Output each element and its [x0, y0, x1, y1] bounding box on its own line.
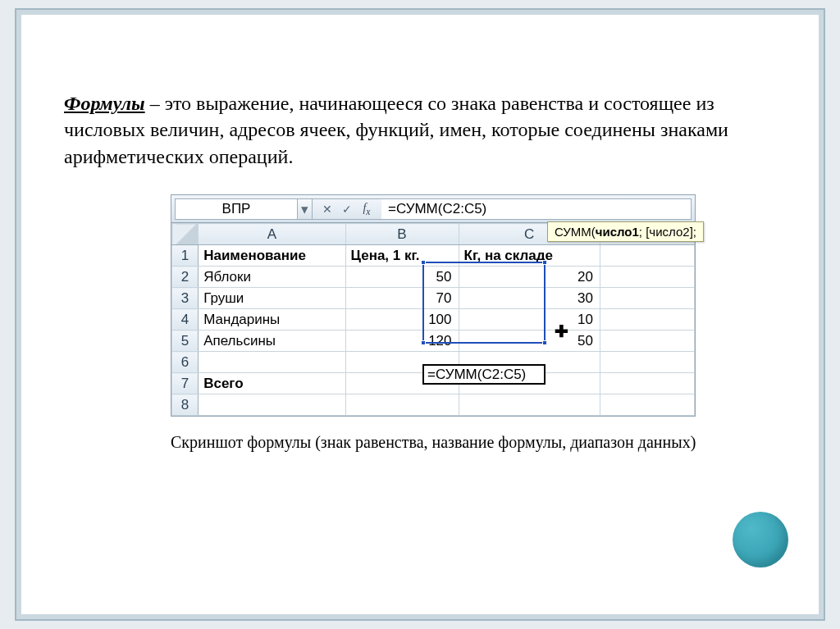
cell[interactable] [459, 352, 600, 373]
row-header[interactable]: 2 [172, 267, 199, 288]
cell[interactable]: Цена, 1 кг. [345, 245, 459, 267]
cell[interactable]: 10 [459, 309, 600, 330]
excel-screenshot: ВПР ▾ ✕ ✓ fx =СУММ(C2:C5) СУММ( [171, 194, 696, 417]
cell[interactable]: 100 [345, 309, 459, 330]
table-row: 7 Всего [172, 373, 695, 394]
cell[interactable] [600, 330, 694, 352]
cell[interactable]: Мандарины [199, 309, 345, 330]
tooltip-rest: ; [число2]; [639, 225, 696, 239]
cell[interactable] [600, 352, 694, 373]
row-header[interactable]: 3 [172, 288, 199, 309]
table-row: 1 Наименование Цена, 1 кг. Кг, на складе [172, 245, 695, 267]
name-box-dropdown[interactable]: ▾ [298, 198, 313, 220]
definition-keyword: Формулы [64, 93, 145, 114]
row-header[interactable]: 7 [172, 373, 199, 394]
cell[interactable] [600, 267, 694, 288]
cell[interactable] [600, 288, 694, 309]
cell[interactable] [199, 394, 345, 416]
row-header[interactable]: 6 [172, 352, 199, 373]
formula-bar-area: ВПР ▾ ✕ ✓ fx =СУММ(C2:C5) [171, 194, 696, 223]
cell[interactable]: Наименование [199, 245, 345, 267]
table-row: 8 [172, 394, 695, 416]
chevron-down-icon: ▾ [301, 201, 308, 218]
cell[interactable] [345, 394, 459, 416]
cell[interactable] [345, 373, 459, 394]
cell[interactable]: 20 [459, 267, 600, 288]
cell[interactable]: Всего [199, 373, 345, 394]
cell[interactable] [600, 394, 694, 416]
slide-content: Формулы – это выражение, начинающееся со… [23, 16, 817, 613]
decorative-circle [733, 512, 788, 567]
formula-bar: ВПР ▾ ✕ ✓ fx =СУММ(C2:C5) [175, 198, 692, 220]
col-header-B[interactable]: B [345, 224, 459, 245]
row-header[interactable]: 4 [172, 309, 199, 330]
fx-icon[interactable]: fx [360, 202, 373, 217]
table-row: 5 Апельсины 120 50 [172, 330, 695, 352]
cell[interactable] [600, 373, 694, 394]
cell[interactable]: Яблоки [199, 267, 345, 288]
name-box[interactable]: ВПР [175, 198, 298, 220]
spreadsheet-grid: A B C 1 Наименование Цена, 1 кг. Кг, на … [171, 223, 696, 417]
cell[interactable]: 50 [459, 330, 600, 352]
tooltip-fn: СУММ( [555, 225, 596, 239]
enter-formula-icon[interactable]: ✓ [340, 203, 354, 216]
cell[interactable]: 70 [345, 288, 459, 309]
spreadsheet-table: A B C 1 Наименование Цена, 1 кг. Кг, на … [171, 223, 695, 416]
formula-tooltip: СУММ(число1; [число2]; [547, 221, 704, 242]
cell[interactable] [600, 245, 694, 267]
cell[interactable] [600, 309, 694, 330]
select-all-corner[interactable] [172, 224, 199, 245]
cell[interactable]: Груши [199, 288, 345, 309]
formula-bar-buttons: ✕ ✓ fx [313, 198, 381, 220]
tooltip-arg1: число1 [596, 225, 639, 239]
cell[interactable] [199, 352, 345, 373]
cell[interactable]: 30 [459, 288, 600, 309]
cell[interactable]: 120 [345, 330, 459, 352]
definition-paragraph: Формулы – это выражение, начинающееся со… [64, 90, 776, 170]
formula-input[interactable]: =СУММ(C2:C5) [381, 198, 692, 220]
definition-text: – это выражение, начинающееся со знака р… [64, 93, 728, 167]
row-header[interactable]: 1 [172, 245, 199, 267]
cell[interactable] [459, 394, 600, 416]
cancel-formula-icon[interactable]: ✕ [321, 203, 334, 216]
table-row: 2 Яблоки 50 20 [172, 267, 695, 288]
cell[interactable]: 50 [345, 267, 459, 288]
name-box-value: ВПР [222, 201, 251, 217]
cell[interactable] [459, 373, 600, 394]
cell[interactable]: Апельсины [199, 330, 345, 352]
table-row: 6 [172, 352, 695, 373]
row-header[interactable]: 5 [172, 330, 199, 352]
cell[interactable] [345, 352, 459, 373]
caption-text: Скриншот формулы (знак равенства, назван… [171, 431, 745, 453]
plus-cursor-icon: ✚ [555, 321, 568, 341]
slide-frame: Формулы – это выражение, начинающееся со… [15, 8, 825, 621]
cell[interactable]: Кг, на складе [459, 245, 600, 267]
table-row: 4 Мандарины 100 10 [172, 309, 695, 330]
col-header-A[interactable]: A [199, 224, 345, 245]
table-row: 3 Груши 70 30 [172, 288, 695, 309]
row-header[interactable]: 8 [172, 394, 199, 416]
formula-input-text: =СУММ(C2:C5) [388, 201, 486, 217]
